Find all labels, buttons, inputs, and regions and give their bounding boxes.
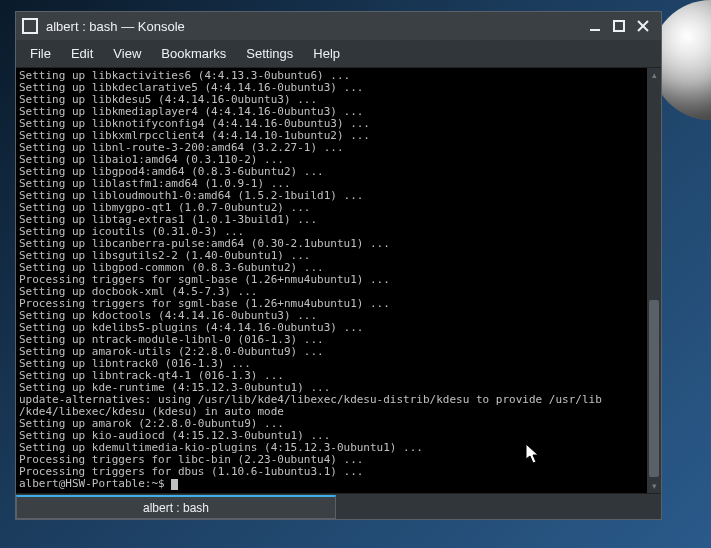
terminal-output[interactable]: Setting up libkactivities6 (4:4.13.3-0ub… bbox=[16, 68, 647, 493]
svg-rect-1 bbox=[614, 21, 624, 31]
konsole-window: albert : bash — Konsole File Edit View B… bbox=[15, 11, 662, 520]
tab-session[interactable]: albert : bash bbox=[16, 495, 336, 519]
tabbar: albert : bash bbox=[16, 493, 661, 519]
scroll-thumb[interactable] bbox=[649, 300, 659, 477]
window-title: albert : bash — Konsole bbox=[46, 19, 575, 34]
terminal-prompt: albert@HSW-Portable:~$ bbox=[19, 477, 171, 490]
terminal-area: Setting up libkactivities6 (4:4.13.3-0ub… bbox=[16, 67, 661, 493]
close-icon bbox=[637, 20, 649, 32]
minimize-icon bbox=[589, 20, 601, 32]
minimize-button[interactable] bbox=[583, 15, 607, 37]
scrollbar: ▴ ▾ bbox=[647, 68, 661, 493]
menu-bookmarks[interactable]: Bookmarks bbox=[151, 42, 236, 65]
menu-view[interactable]: View bbox=[103, 42, 151, 65]
window-app-icon bbox=[22, 18, 38, 34]
menu-help[interactable]: Help bbox=[303, 42, 350, 65]
scroll-up-button[interactable]: ▴ bbox=[647, 68, 661, 82]
titlebar[interactable]: albert : bash — Konsole bbox=[16, 12, 661, 40]
maximize-icon bbox=[613, 20, 625, 32]
menu-settings[interactable]: Settings bbox=[236, 42, 303, 65]
close-button[interactable] bbox=[631, 15, 655, 37]
window-controls bbox=[583, 15, 655, 37]
scroll-track[interactable] bbox=[647, 82, 661, 479]
menubar: File Edit View Bookmarks Settings Help bbox=[16, 40, 661, 67]
menu-edit[interactable]: Edit bbox=[61, 42, 103, 65]
menu-file[interactable]: File bbox=[20, 42, 61, 65]
scroll-down-button[interactable]: ▾ bbox=[647, 479, 661, 493]
terminal-cursor bbox=[171, 479, 178, 490]
maximize-button[interactable] bbox=[607, 15, 631, 37]
